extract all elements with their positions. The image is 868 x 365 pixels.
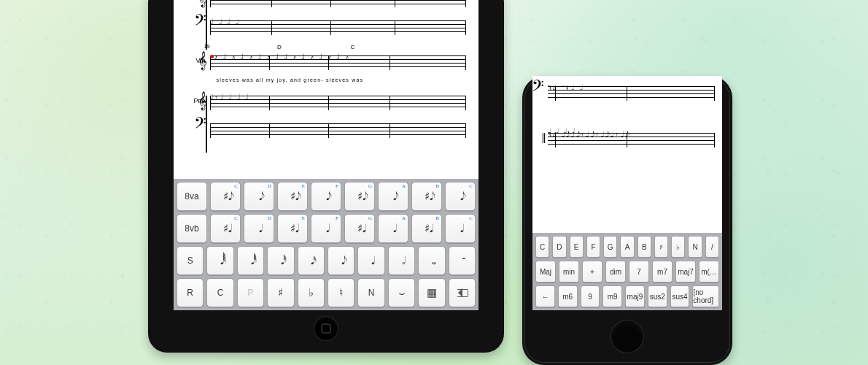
ipad-score-area[interactable]: Pno. 𝄞 ♪ ♩ 𝅘𝅥𝅮 ♩ ♪ ♩ ♪ 𝄽 ♪ ♩ ♪ ♩ ♪ ♩ 𝄽 ♪… [174, 0, 478, 179]
backspace-icon [455, 289, 468, 297]
notes-row: ♪ ♩ 𝅘𝅥𝅮 ♩ ♪ ♩ ♪ 𝄽 ♪ ♩ ♪ ♩ ♪ ♩ 𝄽 ♪ [210, 0, 466, 10]
chord-key-more[interactable]: m(… [699, 261, 719, 283]
key-n[interactable]: N [357, 278, 384, 307]
bass-clef-icon: 𝄢 [194, 115, 206, 137]
key-note-a-upper[interactable]: A𝅘𝅥𝅮 [378, 182, 408, 211]
chord-key-b[interactable]: B [638, 236, 651, 258]
iphone-device-frame: 𝄢 34 𝄻 𝄽 𝅗𝅥. 𝅗𝅥. ∥ 34 𝅘𝅥 𝅘𝅥𝅮 𝅘𝅥 𝅘𝅥𝅮 𝄾 𝅘𝅥… [522, 76, 732, 365]
staff-vln: Vln. 𝄞 D C ♪ ♩ ♪ ♩ ♪ ♩ ♪ ♩ ♩ ♪ ♩ ♪ ♩ ♪ ♩… [174, 50, 478, 74]
key-dur-quarter[interactable]: 𝅘𝅥 [357, 246, 384, 275]
key-s[interactable]: S [177, 246, 204, 275]
key-note-g-lower[interactable]: G♯𝅘𝅥 [344, 214, 375, 243]
staff-pno-bass: 𝄢 𝅗𝅥. 𝅗𝅥. 𝅗𝅥. 𝅗𝅥. [174, 15, 478, 39]
bass-clef-icon: 𝄢 [194, 12, 206, 34]
staff-pno-treble: Pno. 𝄞 ♪ ♩ 𝅘𝅥𝅮 ♩ ♪ ♩ ♪ 𝄽 ♪ ♩ ♪ ♩ ♪ ♩ 𝄽 ♪ [174, 0, 478, 12]
notes-row: 34 𝄻 𝄽 𝅗𝅥. 𝅗𝅥. [548, 83, 715, 104]
iphone-score-area[interactable]: 𝄢 34 𝄻 𝄽 𝅗𝅥. 𝅗𝅥. ∥ 34 𝅘𝅥 𝅘𝅥𝅮 𝅘𝅥 𝅘𝅥𝅮 𝄾 𝅘𝅥… [532, 76, 722, 233]
chord-key-m9[interactable]: m9 [602, 285, 622, 307]
chord-key-flat[interactable]: ♭ [671, 236, 685, 258]
key-note-c2-lower[interactable]: C𝅘𝅥 [445, 214, 476, 243]
chord-key-sharp[interactable]: ♯ [654, 236, 668, 258]
staff-pno-treble-2: Pno. 𝄞 𝅘𝅥 𝄾 𝅗𝅥. 𝅗𝅥. 𝅗𝅥. 𝅗𝅥. [174, 90, 478, 115]
chord-key-7[interactable]: 7 [629, 261, 649, 283]
chord-key-9[interactable]: 9 [581, 285, 600, 307]
chord-key-d[interactable]: D [552, 236, 566, 258]
ipad-home-button[interactable] [314, 316, 338, 341]
key-tie[interactable]: ⌣ [388, 278, 415, 307]
chord-key-dim[interactable]: dim [605, 261, 626, 283]
treble-clef-icon: 𝄞 [198, 51, 207, 70]
keyboard-row-2: 8vb C♯𝅘𝅥 D𝅘𝅥 E♯𝅘𝅥 F𝅘𝅥 G♯𝅘𝅥 A𝅘𝅥 B♯𝅘𝅥 C𝅘𝅥 [177, 214, 476, 243]
selected-note[interactable] [210, 55, 214, 58]
ipad-device-frame: Pno. 𝄞 ♪ ♩ 𝅘𝅥𝅮 ♩ ♪ ♩ ♪ 𝄽 ♪ ♩ ♪ ♩ ♪ ♩ 𝄽 ♪… [148, 0, 504, 353]
iphone-home-button[interactable] [611, 320, 644, 353]
key-p[interactable]: P [237, 278, 264, 307]
keyboard-row-3: S 𝅘𝅥𝅲 𝅘𝅥𝅱 𝅘𝅥𝅰 𝅘𝅥𝅯 𝅘𝅥𝅮 𝅘𝅥 𝅗𝅥 𝅝 𝄻 [177, 246, 476, 275]
bass-clef-icon: 𝄢 [532, 77, 544, 99]
measure-number: 19 [204, 44, 210, 49]
key-r[interactable]: R [177, 278, 204, 307]
key-note-g-upper[interactable]: G♯𝅘𝅥𝅮 [344, 182, 375, 211]
key-dur-64[interactable]: 𝅘𝅥𝅱 [237, 246, 264, 275]
key-natural[interactable]: ♮ [328, 278, 354, 307]
key-note-e-upper[interactable]: E♯𝅘𝅥𝅮 [277, 182, 308, 211]
key-note-c2-upper[interactable]: C𝅘𝅥𝅮 [445, 182, 476, 211]
chord-key-back[interactable]: ← [535, 285, 555, 307]
key-dur-16[interactable]: 𝅘𝅥𝅯 [298, 246, 325, 275]
chord-key-m6[interactable]: m6 [558, 285, 578, 307]
chord-key-g[interactable]: G [603, 236, 617, 258]
iphone-kbd-row-3: ← m6 9 m9 maj9 sus2 sus4 [no chord] [535, 285, 719, 307]
key-dur-whole[interactable]: 𝅝 [418, 246, 445, 275]
key-note-b-lower[interactable]: B♯𝅘𝅥 [411, 214, 442, 243]
key-c[interactable]: C [206, 278, 233, 307]
key-note-f-upper[interactable]: F𝅘𝅥𝅮 [311, 182, 341, 211]
key-dur-rest[interactable]: 𝄻 [449, 246, 476, 275]
key-grid-icon[interactable]: ▦ [418, 278, 445, 307]
notes-row-lower: 𝅗𝅥. 𝅗𝅥. 𝅗𝅥. 𝅗𝅥. [548, 127, 715, 147]
chord-key-c[interactable]: C [535, 236, 549, 258]
iphone-screen: 𝄢 34 𝄻 𝄽 𝅗𝅥. 𝅗𝅥. ∥ 34 𝅘𝅥 𝅘𝅥𝅮 𝅘𝅥 𝅘𝅥𝅮 𝄾 𝅘𝅥… [532, 76, 722, 310]
chord-key-sus2[interactable]: sus2 [648, 285, 667, 307]
chord-key-e[interactable]: E [570, 236, 584, 258]
notes-row: 𝅘𝅥 𝄾 𝅗𝅥. 𝅗𝅥. 𝅗𝅥. 𝅗𝅥. [210, 93, 466, 113]
staff-pno-bass-2: 𝄢 [174, 118, 478, 142]
key-note-f-lower[interactable]: F𝅘𝅥 [311, 214, 341, 243]
keyboard-row-1: 8va C♯𝅘𝅥𝅮 D𝅘𝅥𝅮 E♯𝅘𝅥𝅮 F𝅘𝅥𝅮 G♯𝅘𝅥𝅮 A𝅘𝅥𝅮 B♯𝅘… [177, 182, 476, 211]
key-note-c-lower[interactable]: C♯𝅘𝅥 [210, 214, 241, 243]
key-note-d-upper[interactable]: D𝅘𝅥𝅮 [244, 182, 274, 211]
key-note-c-upper[interactable]: C♯𝅘𝅥𝅮 [210, 182, 241, 211]
key-note-e-lower[interactable]: E♯𝅘𝅥 [277, 214, 308, 243]
chord-key-slash[interactable]: / [705, 236, 719, 258]
iphone-kbd-row-2: Maj min + dim 7 m7 maj7 m(… [535, 261, 719, 283]
key-note-b-upper[interactable]: B♯𝅘𝅥𝅮 [411, 182, 442, 211]
key-8vb[interactable]: 8vb [177, 214, 207, 243]
ipad-keyboard: 8va C♯𝅘𝅥𝅮 D𝅘𝅥𝅮 E♯𝅘𝅥𝅮 F𝅘𝅥𝅮 G♯𝅘𝅥𝅮 A𝅘𝅥𝅮 B♯𝅘… [174, 179, 478, 310]
iphone-kbd-row-1: C D E F G A B ♯ ♭ N / [535, 236, 719, 258]
key-note-d-lower[interactable]: D𝅘𝅥 [244, 214, 274, 243]
chord-key-a[interactable]: A [620, 236, 634, 258]
key-dur-32[interactable]: 𝅘𝅥𝅰 [267, 246, 294, 275]
keyboard-row-4: R C P ♯ ♭ ♮ N ⌣ ▦ [177, 278, 476, 307]
chord-symbol: D [277, 44, 282, 50]
chord-key-nochord[interactable]: [no chord] [692, 285, 719, 307]
chord-key-f[interactable]: F [586, 236, 600, 258]
key-dur-128[interactable]: 𝅘𝅥𝅲 [206, 246, 233, 275]
key-dur-8[interactable]: 𝅘𝅥𝅮 [328, 246, 354, 275]
key-note-a-lower[interactable]: A𝅘𝅥 [378, 214, 408, 243]
chord-key-aug[interactable]: + [582, 261, 602, 283]
treble-clef-icon: 𝄞 [198, 0, 207, 7]
chord-key-sus4[interactable]: sus4 [670, 285, 690, 307]
chord-key-n[interactable]: N [688, 236, 702, 258]
chord-key-maj[interactable]: Maj [535, 261, 556, 283]
chord-key-maj7[interactable]: maj7 [675, 261, 696, 283]
key-dur-half[interactable]: 𝅗𝅥 [388, 246, 415, 275]
iphone-staff-bass: 𝄢 34 𝄻 𝄽 𝅗𝅥. 𝅗𝅥. [532, 80, 722, 107]
key-backspace[interactable] [449, 278, 476, 307]
key-flat[interactable]: ♭ [298, 278, 325, 307]
key-8va[interactable]: 8va [177, 182, 207, 211]
key-sharp[interactable]: ♯ [267, 278, 294, 307]
treble-clef-icon: 𝄞 [198, 91, 207, 110]
chord-key-min[interactable]: min [559, 261, 579, 283]
chord-key-m7[interactable]: m7 [652, 261, 673, 283]
chord-key-maj9[interactable]: maj9 [625, 285, 645, 307]
